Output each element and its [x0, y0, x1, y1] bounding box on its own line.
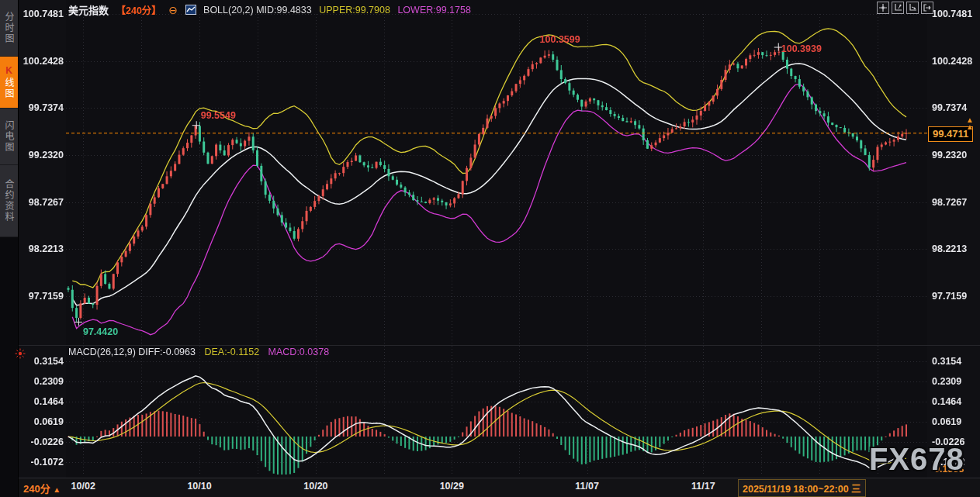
crosshair-tool-button[interactable]: [877, 2, 889, 14]
date-axis-label: 10/29: [440, 481, 464, 492]
footer-period-arrow-icon: ▲: [53, 485, 61, 494]
collapse-indicator-icon[interactable]: ⊖: [168, 4, 178, 16]
chart-toolbar: [877, 2, 933, 14]
price-axis-label-right: 98.2213: [932, 244, 967, 254]
macd-axis-label-left: 0.1464: [20, 397, 64, 407]
price-up-arrow-icon: ▲▲: [966, 116, 974, 130]
macd-axis-label-left: -0.0226: [20, 437, 64, 447]
price-axis-label-left: 97.7159: [20, 292, 64, 302]
macd-axis-label-left: -0.1072: [20, 457, 64, 468]
date-axis-label: 10/10: [187, 481, 211, 492]
price-axis-label-right: 99.2320: [932, 150, 967, 160]
sidebar: 分时图K线图闪电图合约资料: [0, 0, 19, 497]
macd-value-label: MACD:0.0378: [268, 347, 330, 357]
sidebar-tab-3[interactable]: 闪电图: [0, 109, 18, 165]
date-axis-label: 10/02: [71, 481, 95, 492]
pane-divider: [18, 345, 980, 346]
footer-period-selector[interactable]: 240分 ▲: [23, 481, 61, 495]
price-axis-label-left: 99.2320: [20, 150, 64, 160]
sidebar-tab-label: K: [4, 65, 15, 78]
sidebar-tab-2[interactable]: K线图: [0, 57, 18, 109]
axis-zoom-out-button[interactable]: [906, 2, 919, 14]
macd-axis-label-right: 0.2309: [932, 377, 961, 387]
candlestick-chart-canvas[interactable]: [0, 0, 980, 497]
date-axis-label: 10/20: [303, 481, 327, 492]
macd-axis-label-right: 0.3154: [932, 357, 961, 367]
price-axis-label-left: 98.2213: [20, 244, 64, 254]
price-axis-label-right: 98.7267: [932, 198, 967, 208]
exit-chart-button[interactable]: [921, 2, 933, 14]
price-annotation: 99.5549: [201, 110, 236, 121]
sidebar-tab-4[interactable]: 合约资料: [0, 165, 18, 237]
price-annotation: 97.4420: [83, 326, 118, 337]
price-axis-label-left: 99.7374: [20, 103, 64, 113]
boll-mid-label: BOLL(20,2) MID:99.4833: [203, 5, 312, 16]
date-axis-label: 11/07: [575, 481, 599, 492]
price-axis-label-right: 100.2428: [932, 57, 972, 67]
sidebar-tab-1[interactable]: 分时图: [0, 0, 18, 57]
macd-axis-label-left: 0.0619: [20, 417, 64, 427]
macd-axis-label-left: 0.2309: [20, 377, 64, 387]
period-tag: 【240分】: [116, 5, 161, 16]
indicator-thumbnail-icon[interactable]: [185, 5, 196, 15]
price-axis-label-right: 97.7159: [932, 292, 967, 302]
symbol-title: 美元指数: [68, 5, 109, 16]
macd-header: MACD(26,12,9) DIFF:-0.0963 DEA:-0.1152 M…: [68, 347, 335, 357]
macd-name-diff-label: MACD(26,12,9) DIFF:-0.0963: [68, 347, 196, 357]
macd-axis-label-left: 0.3154: [20, 357, 64, 367]
macd-axis-label-right: 0.1464: [932, 397, 961, 407]
axis-zoom-in-button[interactable]: [892, 2, 904, 14]
chart-header: 美元指数 【240分】 ⊖ BOLL(20,2) MID:99.4833 UPP…: [68, 2, 476, 17]
price-axis-label-left: 100.7481: [20, 9, 64, 19]
macd-dea-label: DEA:-0.1152: [204, 347, 259, 357]
boll-lower-label: LOWER:99.1758: [397, 5, 471, 16]
price-annotation: 100.3599: [540, 34, 580, 45]
sidebar-tab-label: 线图: [2, 78, 16, 99]
indicator-alert-icon[interactable]: [15, 348, 26, 362]
price-axis-label-right: 100.7481: [932, 9, 972, 19]
date-axis-label: 11/17: [691, 481, 715, 492]
macd-axis-label-right: 0.0619: [932, 417, 961, 427]
fx678-watermark: FX678: [869, 442, 964, 477]
price-annotation: 100.3939: [781, 43, 822, 54]
price-axis-label-left: 98.7267: [20, 198, 64, 208]
footer-period-label: 240分: [23, 483, 50, 495]
last-bar-time-label: 2025/11/19 18:00~22:00 三: [738, 479, 866, 497]
price-axis-label-right: 99.7374: [932, 103, 967, 113]
price-axis-label-left: 100.2428: [20, 57, 64, 67]
boll-upper-label: UPPER:99.7908: [319, 5, 390, 16]
